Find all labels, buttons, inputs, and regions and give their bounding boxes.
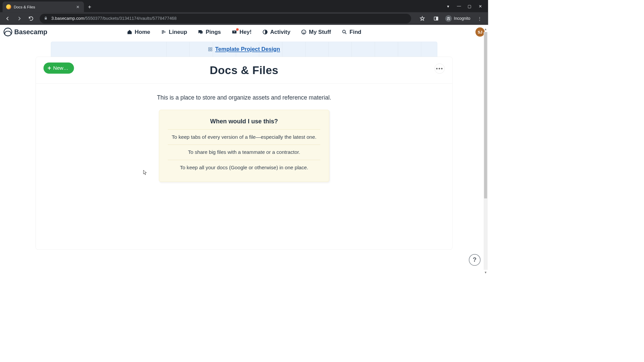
maximize-icon[interactable]: ▢ bbox=[467, 4, 472, 8]
new-button[interactable]: + New… bbox=[44, 62, 74, 73]
bookmark-icon[interactable] bbox=[418, 14, 427, 23]
pings-icon bbox=[198, 29, 204, 35]
svg-point-3 bbox=[302, 30, 306, 34]
vertical-scrollbar[interactable]: ▲ ▼ bbox=[484, 27, 488, 275]
new-tab-button[interactable]: + bbox=[84, 2, 95, 12]
panel-icon[interactable] bbox=[431, 14, 440, 23]
avatar[interactable]: SJ bbox=[475, 27, 484, 37]
notification-dot-icon bbox=[236, 28, 239, 31]
nav-activity[interactable]: Activity bbox=[262, 29, 290, 36]
svg-rect-9 bbox=[209, 50, 210, 51]
tip-title: When would I use this? bbox=[168, 118, 320, 129]
tip-row: To keep all your docs (Google or otherwi… bbox=[168, 160, 320, 175]
incognito-indicator[interactable]: Incognito bbox=[445, 15, 470, 22]
url-text: 3.basecamp.com/5550377/buckets/31341174/… bbox=[51, 16, 176, 21]
nav-find[interactable]: Find bbox=[342, 29, 362, 36]
svg-rect-8 bbox=[211, 48, 212, 49]
tip-row: To keep tabs of every version of a file—… bbox=[168, 129, 320, 144]
close-tab-icon[interactable]: ✕ bbox=[75, 3, 80, 10]
minimize-icon[interactable]: — bbox=[457, 4, 461, 8]
activity-icon bbox=[262, 29, 268, 35]
incognito-icon bbox=[445, 15, 452, 22]
tip-row: To share big files with a teammate or a … bbox=[168, 144, 320, 160]
forward-button[interactable] bbox=[15, 14, 24, 23]
close-window-icon[interactable]: ✕ bbox=[478, 4, 483, 8]
brand-logo[interactable]: Basecamp bbox=[4, 28, 47, 37]
kebab-menu-icon[interactable]: ⋮ bbox=[475, 14, 484, 23]
basecamp-logo-icon bbox=[4, 28, 12, 37]
nav-hey[interactable]: Hey! bbox=[231, 29, 252, 36]
chevron-down-icon[interactable]: ▾ bbox=[446, 4, 451, 8]
back-button[interactable] bbox=[3, 14, 12, 23]
tab-title: Docs & Files bbox=[14, 5, 75, 9]
project-strip: Template Project Design bbox=[51, 42, 437, 57]
lineup-icon bbox=[161, 29, 167, 35]
svg-point-5 bbox=[304, 31, 305, 32]
page-title: Docs & Files bbox=[210, 64, 278, 77]
nav-mystuff[interactable]: My Stuff bbox=[301, 29, 331, 36]
favicon-icon bbox=[6, 4, 11, 9]
page-subtitle: This is a place to store and organize as… bbox=[36, 94, 452, 101]
avatar-initials: SJ bbox=[478, 30, 482, 34]
nav-lineup[interactable]: Lineup bbox=[161, 29, 187, 36]
svg-point-4 bbox=[303, 31, 304, 32]
browser-toolbar: 3.basecamp.com/5550377/buckets/31341174/… bbox=[0, 12, 488, 25]
hey-icon bbox=[231, 29, 237, 35]
mystuff-icon bbox=[301, 29, 307, 35]
scroll-thumb[interactable] bbox=[484, 32, 487, 199]
scroll-track[interactable] bbox=[484, 32, 488, 270]
ellipsis-icon: ••• bbox=[436, 65, 443, 72]
grid-icon bbox=[208, 47, 213, 52]
svg-rect-1 bbox=[436, 17, 438, 20]
sheet: + New… Docs & Files ••• This is a place … bbox=[36, 57, 452, 250]
brand-name: Basecamp bbox=[14, 28, 47, 36]
search-icon bbox=[342, 29, 347, 35]
nav-home[interactable]: Home bbox=[127, 29, 150, 36]
plus-icon: + bbox=[48, 65, 51, 71]
more-menu-button[interactable]: ••• bbox=[434, 64, 444, 74]
nav-pings[interactable]: Pings bbox=[198, 29, 221, 36]
svg-rect-7 bbox=[209, 48, 210, 49]
svg-point-6 bbox=[342, 30, 345, 33]
help-icon: ? bbox=[473, 256, 477, 263]
new-button-label: New… bbox=[53, 65, 68, 71]
address-bar[interactable]: 3.basecamp.com/5550377/buckets/31341174/… bbox=[40, 14, 411, 23]
browser-tab[interactable]: Docs & Files ✕ bbox=[3, 2, 84, 12]
lock-icon bbox=[44, 16, 48, 21]
tab-strip: Docs & Files ✕ + ▾ — ▢ ✕ bbox=[0, 0, 488, 12]
help-button[interactable]: ? bbox=[469, 254, 481, 266]
home-icon bbox=[127, 29, 132, 35]
svg-rect-10 bbox=[211, 50, 212, 51]
scroll-down-icon[interactable]: ▼ bbox=[484, 271, 487, 275]
app-nav: Basecamp Home Lineup Pings bbox=[0, 25, 488, 39]
scroll-up-icon[interactable]: ▲ bbox=[484, 27, 487, 31]
window-controls: ▾ — ▢ ✕ bbox=[446, 0, 488, 12]
tip-card: When would I use this? To keep tabs of e… bbox=[159, 110, 329, 182]
project-link[interactable]: Template Project Design bbox=[215, 46, 280, 53]
reload-button[interactable] bbox=[26, 14, 36, 23]
cursor-icon bbox=[143, 170, 147, 175]
